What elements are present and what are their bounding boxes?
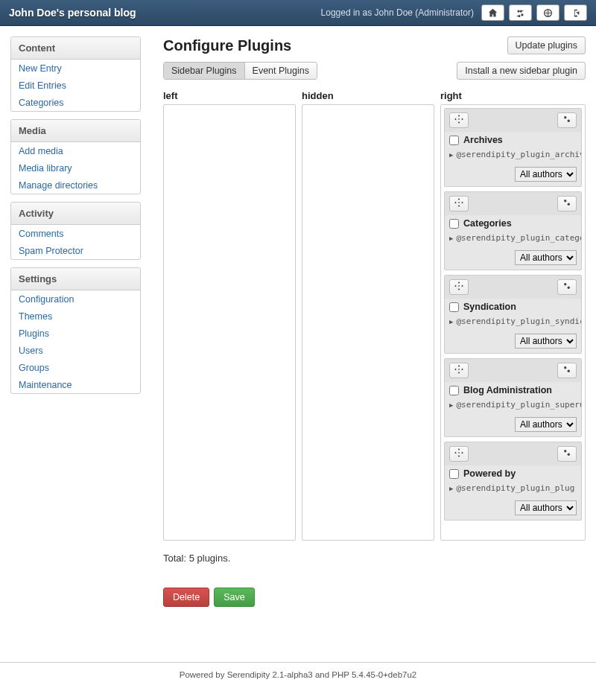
- settings-button[interactable]: [509, 4, 532, 21]
- sidebar-group: ActivityCommentsSpam Protector: [10, 202, 141, 260]
- configure-plugin-button[interactable]: [557, 196, 577, 211]
- configure-plugin-button[interactable]: [557, 112, 577, 128]
- sidebar-link[interactable]: Media library: [19, 163, 72, 174]
- sidebar-link[interactable]: Comments: [19, 229, 63, 239]
- author-select[interactable]: All authors: [515, 334, 577, 349]
- frontend-button[interactable]: [536, 4, 559, 21]
- logged-in-text: Logged in as John Doe (Administrator): [321, 7, 474, 18]
- header-bar: John Doe's personal blog Logged in as Jo…: [0, 0, 596, 26]
- expand-icon[interactable]: ▶: [449, 235, 453, 242]
- plugin-checkbox[interactable]: [449, 136, 459, 145]
- expand-icon[interactable]: ▶: [449, 318, 453, 325]
- sidebar-link[interactable]: Configuration: [19, 294, 74, 305]
- gears-icon: [562, 281, 571, 293]
- move-icon: [454, 448, 463, 459]
- install-sidebar-plugin-button[interactable]: Install a new sidebar plugin: [457, 62, 586, 80]
- drag-handle[interactable]: [449, 196, 469, 211]
- page-title: Configure Plugins: [163, 37, 291, 54]
- plugin-name: Categories: [463, 218, 512, 229]
- author-select[interactable]: All authors: [515, 417, 577, 432]
- plugin-path: @serendipity_plugin_syndica: [456, 316, 581, 326]
- plugin-checkbox[interactable]: [449, 302, 459, 312]
- plugin-name: Blog Administration: [463, 385, 552, 395]
- plugin-path: @serendipity_plugin_plug: [456, 483, 574, 493]
- move-icon: [454, 198, 463, 209]
- svg-point-6: [568, 203, 570, 206]
- sidebar-group-header: Media: [11, 120, 140, 142]
- sidebar-group: SettingsConfigurationThemesPluginsUsersG…: [10, 267, 141, 394]
- sidebar-group: ContentNew EntryEdit EntriesCategories: [10, 36, 141, 112]
- sidebar-link[interactable]: Add media: [19, 146, 63, 156]
- plugin-column-left[interactable]: [163, 104, 296, 541]
- move-icon: [454, 115, 463, 126]
- tab-sidebar-plugins[interactable]: Sidebar Plugins: [164, 63, 245, 79]
- sidebar-link[interactable]: New Entry: [19, 63, 62, 74]
- globe-icon: [543, 8, 553, 18]
- home-icon: [488, 8, 498, 18]
- configure-plugin-button[interactable]: [557, 446, 577, 462]
- move-icon: [454, 365, 463, 376]
- sidebar-link[interactable]: Edit Entries: [19, 80, 66, 91]
- gears-icon: [516, 8, 525, 18]
- drag-handle[interactable]: [449, 279, 469, 295]
- plugin-checkbox[interactable]: [449, 386, 459, 395]
- sidebar-link[interactable]: Groups: [19, 363, 49, 373]
- svg-point-1: [521, 13, 523, 16]
- plugin-item: Categories▶@serendipity_plugin_categorAl…: [444, 191, 582, 270]
- svg-point-7: [564, 283, 566, 285]
- gears-icon: [562, 198, 571, 209]
- drag-handle[interactable]: [449, 363, 469, 378]
- plugin-item: Powered by▶@serendipity_plugin_plugAll a…: [444, 442, 582, 521]
- sidebar-link[interactable]: Manage directories: [19, 180, 98, 191]
- logout-icon: [571, 8, 580, 18]
- sidebar: ContentNew EntryEdit EntriesCategoriesMe…: [10, 36, 141, 607]
- column-label-right: right: [440, 90, 586, 101]
- sidebar-group: MediaAdd mediaMedia libraryManage direct…: [10, 119, 141, 194]
- plugin-column-right[interactable]: Archives▶@serendipity_plugin_archiveAll …: [440, 104, 586, 541]
- plugin-item: Blog Administration▶@serendipity_plugin_…: [444, 358, 582, 437]
- configure-plugin-button[interactable]: [557, 363, 577, 378]
- save-button[interactable]: Save: [214, 588, 255, 607]
- tab-group: Sidebar Plugins Event Plugins: [163, 62, 317, 80]
- drag-handle[interactable]: [449, 112, 469, 128]
- update-plugins-button[interactable]: Update plugins: [507, 36, 586, 54]
- plugin-path: @serendipity_plugin_superus: [456, 400, 581, 410]
- column-label-hidden: hidden: [302, 90, 434, 101]
- expand-icon[interactable]: ▶: [449, 401, 453, 409]
- plugin-checkbox[interactable]: [449, 219, 459, 229]
- author-select[interactable]: All authors: [515, 167, 577, 182]
- author-select[interactable]: All authors: [515, 500, 577, 515]
- sidebar-link[interactable]: Categories: [19, 98, 63, 108]
- plugin-name: Syndication: [463, 302, 516, 312]
- expand-icon[interactable]: ▶: [449, 485, 453, 492]
- sidebar-link[interactable]: Spam Protector: [19, 246, 83, 256]
- logout-button[interactable]: [564, 4, 587, 21]
- svg-point-8: [568, 287, 570, 289]
- gears-icon: [562, 365, 571, 376]
- drag-handle[interactable]: [449, 446, 469, 462]
- svg-point-0: [517, 10, 519, 12]
- home-button[interactable]: [481, 4, 504, 21]
- sidebar-link[interactable]: Plugins: [19, 328, 49, 339]
- author-select[interactable]: All authors: [515, 250, 577, 265]
- sidebar-link[interactable]: Themes: [19, 311, 52, 322]
- main-content: Configure Plugins Update plugins Sidebar…: [163, 36, 586, 607]
- plugin-total: Total: 5 plugins.: [163, 553, 586, 564]
- gears-icon: [562, 448, 571, 459]
- plugin-path: @serendipity_plugin_archive: [456, 150, 581, 159]
- move-icon: [454, 281, 463, 293]
- sidebar-group-header: Settings: [11, 268, 140, 290]
- plugin-name: Archives: [463, 135, 503, 145]
- plugin-checkbox[interactable]: [449, 469, 459, 479]
- sidebar-link[interactable]: Maintenance: [19, 380, 72, 390]
- footer: Powered by Serendipity 2.1-alpha3 and PH…: [0, 662, 596, 687]
- tab-event-plugins[interactable]: Event Plugins: [245, 63, 317, 79]
- svg-point-3: [564, 116, 566, 118]
- plugin-name: Powered by: [463, 468, 516, 479]
- expand-icon[interactable]: ▶: [449, 151, 453, 159]
- delete-button[interactable]: Delete: [163, 588, 209, 607]
- configure-plugin-button[interactable]: [557, 279, 577, 295]
- sidebar-link[interactable]: Users: [19, 346, 43, 356]
- plugin-column-hidden[interactable]: [302, 104, 434, 541]
- svg-point-11: [564, 450, 566, 452]
